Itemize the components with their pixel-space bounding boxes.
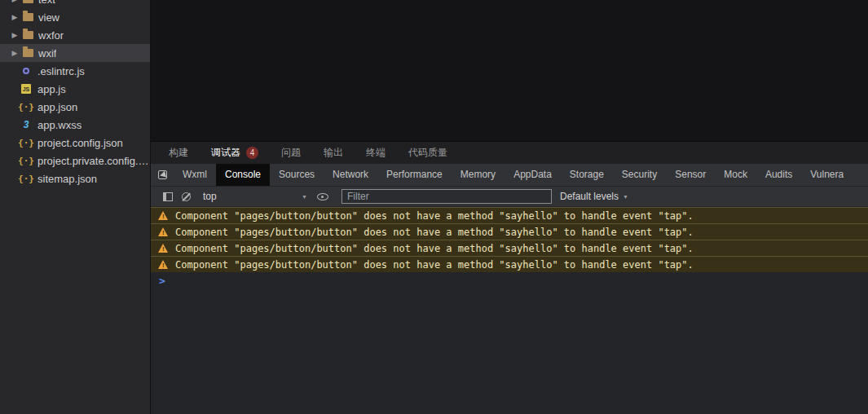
levels-label: Default levels (560, 191, 619, 202)
main-area: 构建 调试器 4 问题 输出 终端 代码质量 Wxml (151, 0, 868, 414)
eslint-file-icon (20, 68, 33, 74)
debugger-count-badge: 4 (246, 147, 258, 159)
tab-code-quality[interactable]: 代码质量 (408, 146, 447, 160)
tab-debugger-label: 调试器 (211, 146, 240, 160)
tab-terminal[interactable]: 终端 (366, 146, 386, 160)
tab-security[interactable]: Security (613, 164, 666, 186)
console-output: Component "pages/button/button" does not… (151, 207, 868, 414)
sidebar-item-app-wxss[interactable]: 3 app.wxss (0, 116, 150, 134)
file-label: app.wxss (37, 119, 82, 131)
tab-mock[interactable]: Mock (715, 164, 756, 186)
chevron-down-icon: ▼ (302, 194, 307, 200)
tab-build-label: 构建 (169, 146, 188, 160)
context-label: top (203, 191, 217, 202)
sidebar-item-app-json[interactable]: {·} app.json (0, 98, 150, 116)
tab-console[interactable]: Console (216, 164, 270, 186)
chevron-down-icon: ▼ (623, 194, 628, 200)
folder-label: view (38, 11, 59, 24)
tab-sensor[interactable]: Sensor (666, 164, 715, 186)
json-file-icon: {·} (20, 102, 33, 112)
tab-output[interactable]: 输出 (324, 146, 343, 160)
sidebar-item-sitemap-json[interactable]: {·} sitemap.json (0, 170, 150, 187)
tab-network[interactable]: Network (324, 164, 377, 186)
console-warning-row: Component "pages/button/button" does not… (151, 240, 868, 256)
warning-text: Component "pages/button/button" does not… (175, 227, 694, 238)
tab-output-label: 输出 (324, 146, 343, 160)
json-file-icon: {·} (20, 174, 33, 184)
console-warning-row: Component "pages/button/button" does not… (151, 256, 868, 272)
tab-problems-label: 问题 (281, 146, 301, 160)
json-file-icon: {·} (20, 138, 33, 148)
editor-empty-area (151, 0, 868, 141)
chevron-right-icon[interactable]: ▶ (10, 31, 20, 39)
sidebar-item-project-private-config[interactable]: {·} project.private.config.js... (0, 152, 150, 170)
clear-console-icon (182, 192, 191, 201)
chevron-right-icon[interactable]: ▶ (10, 0, 20, 3)
json-file-icon: {·} (20, 156, 33, 166)
warning-text: Component "pages/button/button" does not… (175, 210, 694, 222)
tab-problems[interactable]: 问题 (281, 146, 301, 160)
tab-appdata[interactable]: AppData (504, 164, 561, 186)
tab-vulnerability[interactable]: Vulnera (801, 164, 853, 186)
folder-label: wxfor (38, 29, 64, 42)
folder-icon (23, 0, 33, 3)
file-tree: ▶ text ▶ view ▶ wxfor ▶ wxif .e (0, 0, 150, 187)
chevron-right-icon[interactable]: ▶ (10, 13, 20, 21)
file-explorer: ▶ text ▶ view ▶ wxfor ▶ wxif .e (0, 0, 151, 414)
warning-icon (158, 260, 169, 269)
sidebar-item-text[interactable]: ▶ text (0, 0, 150, 8)
folder-icon (23, 13, 33, 21)
inspect-element-button[interactable] (151, 164, 174, 186)
log-levels-selector[interactable]: Default levels ▼ (560, 191, 628, 202)
tab-performance[interactable]: Performance (377, 164, 452, 186)
warning-icon (158, 244, 169, 253)
file-label: project.config.json (37, 137, 123, 149)
console-prompt-chevron: > (159, 275, 165, 287)
execution-context-selector[interactable]: top ▼ (203, 191, 307, 202)
live-expression-button[interactable] (314, 187, 332, 205)
tab-sources[interactable]: Sources (270, 164, 324, 186)
file-label: project.private.config.js... (37, 155, 150, 167)
warning-icon (158, 227, 169, 236)
folder-icon (23, 49, 33, 57)
chevron-right-icon[interactable]: ▶ (10, 49, 20, 57)
sidebar-item-wxif[interactable]: ▶ wxif (0, 44, 150, 62)
tab-memory[interactable]: Memory (452, 164, 504, 186)
eye-icon (317, 193, 328, 200)
console-sidebar-icon (163, 192, 173, 201)
console-sidebar-toggle-button[interactable] (159, 187, 177, 205)
warning-text: Component "pages/button/button" does not… (175, 243, 694, 254)
file-label: app.js (37, 83, 66, 95)
tab-code-quality-label: 代码质量 (408, 146, 447, 160)
tab-wxml[interactable]: Wxml (174, 164, 216, 186)
inspect-cursor-icon (158, 170, 167, 179)
tab-terminal-label: 终端 (366, 146, 386, 160)
sidebar-item-project-config[interactable]: {·} project.config.json (0, 134, 150, 152)
console-warning-row: Component "pages/button/button" does not… (151, 207, 868, 223)
console-input-row[interactable]: > (151, 272, 868, 288)
warning-text: Component "pages/button/button" does not… (175, 259, 694, 271)
tab-audits[interactable]: Audits (756, 164, 801, 186)
folder-icon (23, 31, 33, 39)
wxss-file-icon: 3 (20, 119, 33, 130)
warning-icon (158, 211, 169, 220)
js-file-icon: JS (20, 84, 33, 94)
sidebar-item-eslintrc[interactable]: .eslintrc.js (0, 62, 150, 80)
wechat-devtools-window: ▶ text ▶ view ▶ wxfor ▶ wxif .e (0, 0, 868, 414)
file-label: .eslintrc.js (37, 65, 85, 77)
sidebar-item-app-js[interactable]: JS app.js (0, 80, 150, 98)
folder-label: text (38, 0, 55, 6)
console-warning-row: Component "pages/button/button" does not… (151, 223, 868, 240)
tab-storage[interactable]: Storage (561, 164, 613, 186)
console-filter-input[interactable] (341, 189, 552, 204)
tab-debugger[interactable]: 调试器 4 (211, 146, 258, 160)
console-toolbar: top ▼ Default levels ▼ (151, 186, 868, 207)
folder-label: wxif (38, 47, 56, 59)
file-label: app.json (37, 101, 77, 113)
file-label: sitemap.json (37, 173, 97, 185)
clear-console-button[interactable] (177, 187, 195, 205)
sidebar-item-view[interactable]: ▶ view (0, 8, 150, 26)
tab-build[interactable]: 构建 (169, 146, 188, 160)
sidebar-item-wxfor[interactable]: ▶ wxfor (0, 26, 150, 44)
devtools-tabbar: Wxml Console Sources Network Performance… (151, 164, 868, 186)
